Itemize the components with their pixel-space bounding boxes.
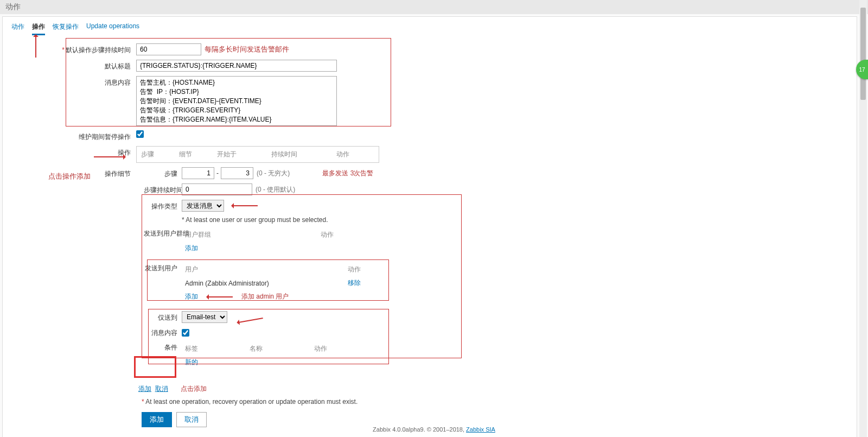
users-col-name: 用户 [185,265,348,274]
label-default-step-duration: *默认操作步骤持续时间 [11,43,136,55]
ops-col-start: 开始于 [217,150,271,159]
hint-must-select: * At least one user or user group must b… [182,216,328,224]
annotation-arrow-optype [233,205,258,206]
select-op-type[interactable]: 发送消息 [182,200,224,212]
sublabel-send-only: 仅送到 [144,312,182,322]
op-add-link[interactable]: 添加 [138,385,151,392]
user-groups-table: 用户群组 动作 添加 [182,228,377,255]
annotation-click-add: 点击添加 [181,385,207,392]
input-default-subject[interactable] [136,60,337,72]
groups-col-action: 动作 [321,230,369,239]
input-step-duration[interactable] [182,183,252,195]
user-remove-link[interactable]: 移除 [348,279,361,287]
input-step-to[interactable] [221,167,253,179]
sublabel-op-type: 操作类型 [144,201,182,211]
annotation-interval: 每隔多长时间发送告警邮件 [205,45,289,54]
sublabel-conditions: 条件 [144,342,182,352]
ops-col-step: 步骤 [141,150,179,159]
annotation-arrow-sendonly [238,318,263,323]
cond-col-action: 动作 [314,344,341,353]
operations-table: 步骤 细节 开始于 持续时间 动作 [136,146,379,163]
ops-col-detail: 细节 [179,150,217,159]
label-default-subject: 默认标题 [11,60,136,71]
label-operations: 操作 [11,146,136,157]
users-table: 用户 动作 Admin (Zabbix Administrator) 移除 添加 [182,263,386,303]
annotation-max-three: 最多发送 3次告警 [322,169,373,178]
checkbox-pause-maintenance[interactable] [136,130,144,138]
label-operation-details: 操作细节 [11,167,136,179]
page-footer: Zabbix 4.0.0alpha9. © 2001–2018, Zabbix … [0,426,868,433]
op-cancel-link[interactable]: 取消 [155,385,168,392]
cond-col-tag: 标签 [185,344,250,353]
hint-duration-default: (0 - 使用默认) [256,185,295,194]
tabs: 动作 操作 恢复操作 Update operations [7,17,852,38]
tab-action[interactable]: 动作 [11,22,24,35]
scrollbar-thumb[interactable] [860,8,866,100]
annotation-arrow-adduser [208,296,233,297]
input-step-from[interactable] [182,167,214,179]
checkbox-msg-content[interactable] [182,329,189,337]
page-title: 动作 [0,0,868,14]
tab-operations[interactable]: 操作 [32,22,45,35]
cond-col-name: 名称 [250,344,314,353]
note-at-least-one-op: At least one operation, recovery operati… [145,398,358,406]
groups-add-link[interactable]: 添加 [185,244,198,253]
tab-recovery[interactable]: 恢复操作 [53,22,79,35]
user-row-admin: Admin (Zabbix Administrator) [185,280,348,287]
input-default-step-duration[interactable] [136,43,201,55]
ops-col-duration: 持续时间 [271,150,336,159]
select-send-only[interactable]: Email-test [182,311,227,323]
submit-cancel-button[interactable]: 取消 [176,412,207,427]
submit-add-button[interactable]: 添加 [142,412,172,427]
users-add-link[interactable]: 添加 [185,292,198,301]
footer-link[interactable]: Zabbix SIA [466,426,495,433]
label-pause-maintenance: 维护期间暂停操作 [11,130,136,142]
conditions-table: 标签 名称 动作 新的 [182,342,344,369]
sublabel-send-users: 发送到用户 [144,263,182,273]
sublabel-step-duration: 步骤持续时间 [144,185,182,195]
ops-col-action: 动作 [336,150,369,159]
tab-update-ops[interactable]: Update operations [86,22,139,35]
label-message-content: 消息内容 [11,76,136,87]
hint-step-infinite: (0 - 无穷大) [257,169,290,178]
sublabel-steps: 步骤 [144,168,182,179]
users-col-action: 动作 [348,265,380,274]
cond-new-link[interactable]: 新的 [185,358,198,367]
content-panel: 动作 操作 恢复操作 Update operations *默认操作步骤持续时间… [2,16,857,437]
groups-col-name: 用户群组 [185,230,321,239]
sublabel-send-groups: 发送到用户群组 [144,228,182,238]
sublabel-msg-content2: 消息内容 [144,327,182,338]
textarea-message-content[interactable]: 告警主机：{HOST.NAME} 告警 IP：{HOST.IP} 告警时间：{E… [136,76,337,126]
annotation-add-admin: 添加 admin 用户 [241,292,289,301]
side-badge[interactable]: 17 [856,60,868,79]
